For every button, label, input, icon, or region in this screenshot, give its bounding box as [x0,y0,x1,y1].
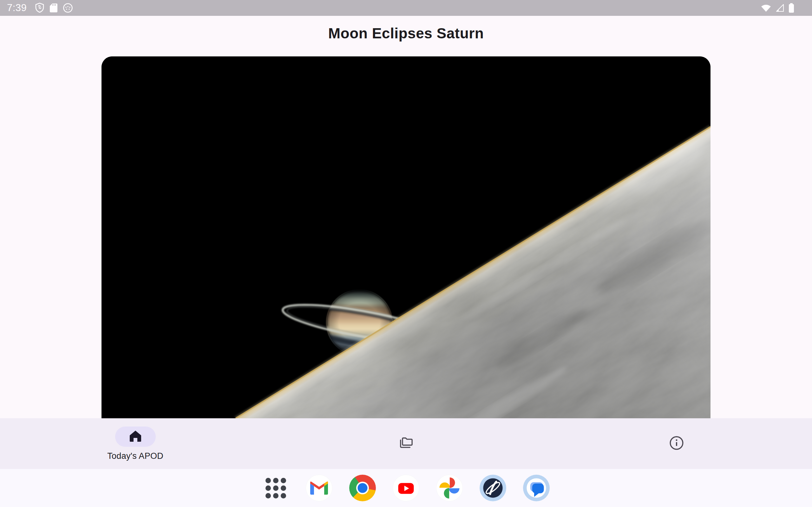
chrome-app[interactable] [349,475,376,501]
sdcard-icon [49,3,58,13]
status-bar: 7:39 [0,0,812,16]
info-icon [668,435,685,452]
clock-icon [63,3,73,13]
youtube-app[interactable] [393,475,419,501]
taskbar [0,469,812,507]
photos-icon [436,475,463,501]
nav-label-todays-apod: Today's APOD [107,451,163,461]
page-title: Moon Eclipses Saturn [0,25,812,42]
gmail-icon [306,475,333,501]
messages-app[interactable] [523,475,550,501]
apod-app[interactable] [479,475,506,501]
app-grid-icon [264,476,287,499]
chrome-icon [349,475,376,501]
status-clock: 7:39 [7,2,27,14]
bottom-navigation: Today's APOD [0,418,812,469]
battery-icon [789,3,794,13]
home-icon [128,429,143,445]
wifi-icon [761,3,771,12]
photos-app[interactable] [436,475,463,501]
folder-copy-icon [398,435,414,452]
apod-image[interactable] [101,56,711,418]
messages-icon [523,475,550,501]
shield-icon [35,3,44,13]
apod-app-icon [479,475,506,501]
cell-signal-icon [775,3,784,12]
active-indicator-pill [115,427,156,447]
nav-item-todays-apod[interactable]: Today's APOD [0,418,270,469]
apod-astronomy-scene [101,56,711,418]
gmail-app[interactable] [306,475,333,501]
youtube-icon [393,475,419,501]
all-apps-button[interactable] [262,475,289,501]
nav-item-collections[interactable] [270,418,541,469]
nav-item-about[interactable] [542,418,812,469]
